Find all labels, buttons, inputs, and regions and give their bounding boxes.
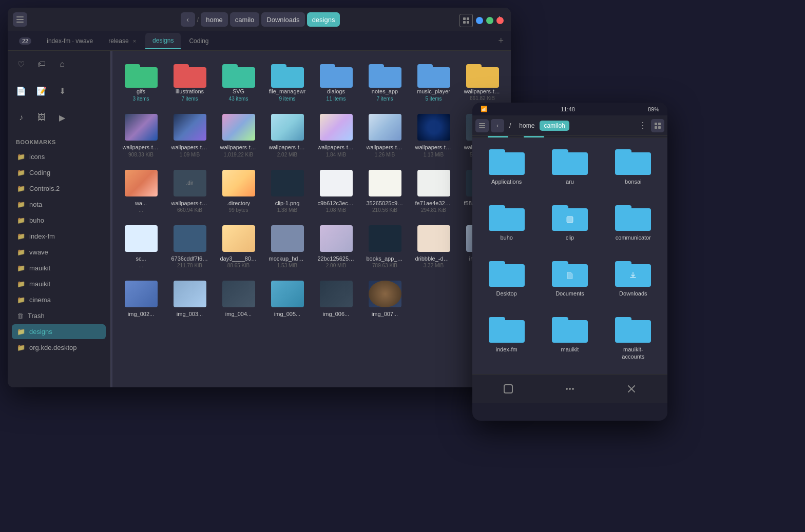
file-item-wp-9[interactable]: wallpapers-tab... 1.09 MiB xyxy=(167,110,212,161)
phone-file-item-downloads[interactable]: Downloads xyxy=(604,255,662,306)
phone-file-item-mauikit-accounts[interactable]: mauikit-accounts xyxy=(604,311,662,369)
file-item-wp-14[interactable]: wallpapers-tab... 1.13 MiB xyxy=(411,110,456,161)
phone-close-button[interactable] xyxy=(626,383,637,395)
file-item-row5-6[interactable]: img_006... xyxy=(314,277,358,322)
sidebar-item-designs[interactable]: 📁 designs xyxy=(12,324,106,339)
file-item-row5-4[interactable]: img_004... xyxy=(216,277,261,322)
phone-back-button[interactable]: ‹ xyxy=(491,119,504,132)
sidebar-toggle-button[interactable] xyxy=(13,12,27,27)
file-item-dialogs[interactable]: dialogs 11 items xyxy=(314,57,358,106)
file-item-mockup[interactable]: day3____800_... 88.65 KiB xyxy=(216,221,261,272)
phone-file-item-desktop[interactable]: Desktop xyxy=(477,255,535,306)
back-button[interactable]: ‹ xyxy=(181,12,195,27)
file-wp-8-name: wallpapers-tab... xyxy=(123,144,160,151)
phone-file-item-buho[interactable]: buho xyxy=(477,199,535,250)
phone-file-item-communicator[interactable]: communicator xyxy=(604,199,662,250)
minimize-button[interactable] xyxy=(476,17,483,24)
breadcrumb-camilo[interactable]: camilo xyxy=(230,12,260,27)
phone-breadcrumb-home[interactable]: home xyxy=(516,120,538,131)
images-button[interactable]: 🖼 xyxy=(32,108,51,127)
phone-file-item-documents[interactable]: Documents xyxy=(541,255,599,306)
breadcrumb-downloads[interactable]: Downloads xyxy=(261,12,304,27)
file-item-dribbble-dark[interactable]: books_app_19... 789.63 KiB xyxy=(362,221,407,272)
file-item-illustrations[interactable]: illustrations 7 items xyxy=(167,57,212,106)
tab-index-fm[interactable]: index-fm · vwave xyxy=(40,33,100,49)
phone-file-grid: Applications aru bonsai buho xyxy=(472,138,667,374)
breadcrumb-home[interactable]: home xyxy=(201,12,228,27)
file-item-notes-app[interactable]: notes_app 7 items xyxy=(362,57,407,106)
phone-breadcrumb-camiloh[interactable]: camiloh xyxy=(540,121,569,131)
sidebar-item-index-fm[interactable]: 📁 index-fm xyxy=(12,229,106,244)
sidebar-item-org-kde[interactable]: 📁 org.kde.desktop xyxy=(12,340,106,355)
file-item-wp-11[interactable]: wallpapers-tab... 2.02 MiB xyxy=(265,110,310,161)
phone-overview-button[interactable] xyxy=(564,383,576,395)
file-item-wp-13[interactable]: wallpapers-tab... 1.26 MiB xyxy=(362,110,407,161)
phone-file-item-clip[interactable]: clip xyxy=(541,199,599,250)
phone-file-item-index-fm[interactable]: index-fm xyxy=(477,311,535,369)
file-item-clip1[interactable]: .directory 99 bytes xyxy=(216,166,261,217)
sidebar-item-cinema[interactable]: 📁 cinema xyxy=(12,292,106,307)
phone-grid-toggle[interactable] xyxy=(651,119,664,132)
sidebar-item-trash[interactable]: 🗑 Trash xyxy=(12,308,106,323)
sidebar-item-nota[interactable]: 📁 nota xyxy=(12,197,106,212)
sidebar-item-controls[interactable]: 📁 Controls.2 xyxy=(12,181,106,196)
phone-file-item-aru[interactable]: aru xyxy=(541,143,599,194)
maximize-button[interactable] xyxy=(486,17,493,24)
file-item-safebox4[interactable]: dribbble_-dark... 3.32 MiB xyxy=(411,221,456,272)
sidebar-item-vwave[interactable]: 📁 vwave xyxy=(12,245,106,260)
file-item-wp-16[interactable]: wa... ... xyxy=(119,166,163,217)
sidebar-item-icons[interactable]: 📁 icons xyxy=(12,149,106,164)
file-item-svg[interactable]: SVG 43 items xyxy=(216,57,261,106)
downloads-sidebar-button[interactable]: ⬇ xyxy=(53,82,71,100)
file-item-file-manager[interactable]: file_managewr 9 items xyxy=(265,57,310,106)
phone-sidebar-toggle[interactable] xyxy=(475,119,489,132)
phone-file-item-bonsai[interactable]: bonsai xyxy=(604,143,662,194)
svg-rect-8 xyxy=(479,125,485,126)
phone-file-item-applications[interactable]: Applications xyxy=(477,143,535,194)
file-item-c9b612[interactable]: clip-1.png 1.38 MiB xyxy=(265,166,310,217)
file-item-books-app[interactable]: 22bc12562509... 2.00 MiB xyxy=(314,221,358,272)
file-item-wallpapers-yellow[interactable]: wallpapers-tab... 661.82 KiB xyxy=(460,57,505,106)
file-item-22bc12[interactable]: mockup_hd_sc... 1.53 MiB xyxy=(265,221,310,272)
tab-add-button[interactable]: + xyxy=(495,35,507,46)
sidebar-resizer[interactable] xyxy=(110,51,112,387)
file-item-wp-8[interactable]: wallpapers-tab... 908.33 KiB xyxy=(119,110,163,161)
file-item-35265[interactable]: c9b612c3ecc3c... 1.08 MiB xyxy=(314,166,358,217)
favorites-button[interactable]: ♡ xyxy=(12,55,30,73)
sidebar-item-buho[interactable]: 📁 buho xyxy=(12,213,106,228)
file-item-gifs[interactable]: gifs 3 items xyxy=(119,57,163,106)
video-button[interactable]: ▶ xyxy=(53,108,71,127)
sidebar-item-mauikit-1[interactable]: 📁 mauikit xyxy=(12,261,106,275)
file-item-f58aa[interactable]: fe71ae4e32dfb... 294.81 KiB xyxy=(411,166,456,217)
file-item-row5-7[interactable]: img_007... xyxy=(362,277,407,322)
sidebar-item-mauikit-2[interactable]: 📁 mauikit xyxy=(12,277,106,291)
tab-22[interactable]: 22 xyxy=(12,33,39,49)
file-item-music-player[interactable]: music_player 5 items xyxy=(411,57,456,106)
tags-button[interactable]: 🏷 xyxy=(32,55,51,73)
phone-folder-communicator-icon xyxy=(615,202,651,231)
phone-more-menu[interactable]: ⋮ xyxy=(637,119,649,132)
tab-release-close[interactable]: × xyxy=(132,37,137,45)
music-button[interactable]: ♪ xyxy=(12,108,30,127)
file-item-directory[interactable]: .dir wallpapers-tab... 660.94 KiB xyxy=(167,166,212,217)
file-item-wp-12[interactable]: wallpapers-tab... 1.84 MiB xyxy=(314,110,358,161)
sidebar-item-coding[interactable]: 📁 Coding xyxy=(12,165,106,180)
file-item-row5-2[interactable]: img_002... xyxy=(119,277,163,322)
close-button[interactable] xyxy=(496,17,504,24)
tab-release[interactable]: release × xyxy=(101,33,144,49)
file-item-row5-5[interactable]: img_005... xyxy=(265,277,310,322)
file-item-wp-10[interactable]: wallpapers-tab... 1,019.22 KiB xyxy=(216,110,261,161)
files-button[interactable]: 📄 xyxy=(12,82,30,100)
file-item-row5-3[interactable]: img_003... xyxy=(167,277,212,322)
notes-button[interactable]: 📝 xyxy=(32,82,51,100)
home-button[interactable]: ⌂ xyxy=(53,55,71,73)
window-grid-button[interactable] xyxy=(459,14,473,27)
tab-coding[interactable]: Coding xyxy=(182,33,216,49)
phone-square-button[interactable] xyxy=(503,383,514,395)
file-item-fe71ae[interactable]: 35265025c9bb... 210.56 KiB xyxy=(362,166,407,217)
file-item-day3[interactable]: 6736cddf7f69b... 211.78 KiB xyxy=(167,221,212,272)
breadcrumb-designs[interactable]: designs xyxy=(307,12,340,27)
tab-designs[interactable]: designs xyxy=(145,33,181,49)
phone-file-item-mauikit[interactable]: mauikit xyxy=(541,311,599,369)
file-item-6736cd[interactable]: sc... ... xyxy=(119,221,163,272)
